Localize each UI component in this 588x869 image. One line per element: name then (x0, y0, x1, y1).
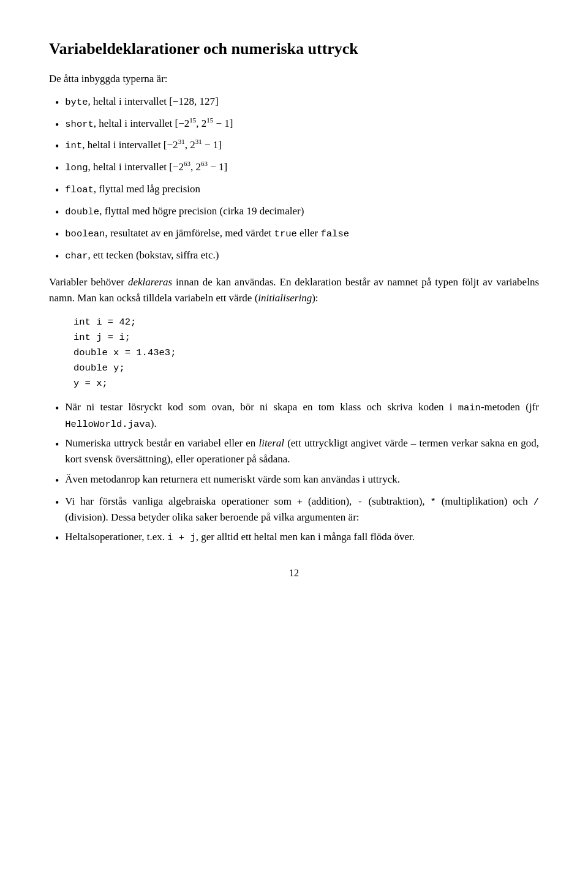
operators-text: Vi har förstås vanliga algebraiska opera… (65, 494, 539, 526)
main-method-text: När ni testar lösryckt kod som ovan, bör… (65, 399, 539, 432)
bullet-icon: • (55, 95, 59, 112)
bullet-icon: • (55, 117, 59, 134)
literal-text: Numeriska uttryck består en variabel ell… (65, 435, 539, 468)
type-byte: byte, heltal i intervallet [−128, 127] (65, 94, 539, 110)
list-item: • long, heltal i intervallet [−263, 263 … (49, 159, 539, 178)
list-item: • boolean, resultatet av en jämförelse, … (49, 225, 539, 244)
list-item: • short, heltal i intervallet [−215, 215… (49, 116, 539, 134)
builtin-types-list: • byte, heltal i intervallet [−128, 127]… (49, 94, 539, 266)
subtitle: De åtta inbyggda typerna är: (49, 71, 539, 87)
info-list: • När ni testar lösryckt kod som ovan, b… (49, 399, 539, 547)
list-item-method-return: • Även metodanrop kan returnera ett nume… (49, 472, 539, 490)
list-item-literal: • Numeriska uttryck består en variabel e… (49, 435, 539, 468)
bullet-icon: • (55, 401, 59, 418)
type-double: double, flyttal med högre precision (cir… (65, 203, 539, 219)
list-item-integer-ops: • Heltalsoperationer, t.ex. i + j, ger a… (49, 529, 539, 547)
code-example: int i = 42; int j = i; double x = 1.43e3… (74, 315, 539, 391)
bullet-icon: • (55, 160, 59, 178)
bullet-icon: • (55, 138, 59, 156)
declaration-para: Variabler behöver deklareras innan de ka… (49, 274, 539, 307)
type-long: long, heltal i intervallet [−263, 263 − … (65, 159, 539, 175)
list-item-main-method: • När ni testar lösryckt kod som ovan, b… (49, 399, 539, 432)
list-item: • double, flyttal med högre precision (c… (49, 203, 539, 222)
bullet-icon: • (55, 249, 59, 266)
method-return-text: Även metodanrop kan returnera ett numeri… (65, 472, 539, 487)
type-char: char, ett tecken (bokstav, siffra etc.) (65, 247, 539, 263)
list-item: • float, flyttal med låg precision (49, 181, 539, 200)
bullet-icon: • (55, 182, 59, 200)
type-float: float, flyttal med låg precision (65, 181, 539, 197)
list-item-operators: • Vi har förstås vanliga algebraiska ope… (49, 494, 539, 526)
page-title: Variabeldeklarationer och numeriska uttr… (49, 37, 539, 61)
list-item: • int, heltal i intervallet [−231, 231 −… (49, 137, 539, 156)
bullet-icon: • (55, 437, 59, 454)
integer-ops-text: Heltalsoperationer, t.ex. i + j, ger all… (65, 529, 539, 545)
list-item: • char, ett tecken (bokstav, siffra etc.… (49, 247, 539, 266)
type-short: short, heltal i intervallet [−215, 215 −… (65, 116, 539, 132)
list-item: • byte, heltal i intervallet [−128, 127] (49, 94, 539, 112)
type-int: int, heltal i intervallet [−231, 231 − 1… (65, 137, 539, 153)
type-boolean: boolean, resultatet av en jämförelse, me… (65, 225, 539, 241)
bullet-icon: • (55, 530, 59, 547)
bullet-icon: • (55, 495, 59, 512)
bullet-icon: • (55, 205, 59, 222)
bullet-icon: • (55, 227, 59, 244)
page-number: 12 (49, 566, 539, 581)
bullet-icon: • (55, 473, 59, 490)
